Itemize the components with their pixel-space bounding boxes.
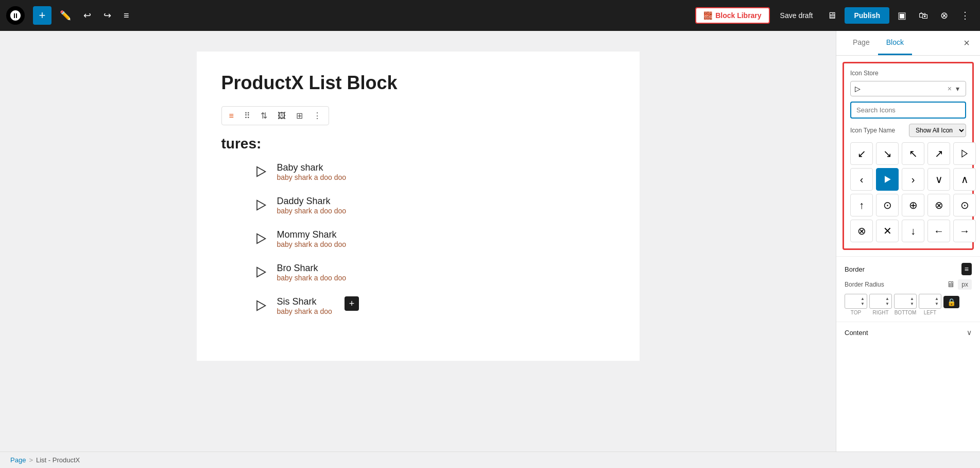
content-header[interactable]: Content ∨ (845, 328, 972, 337)
svg-marker-3 (257, 268, 265, 277)
block-toolbar: ≡ ⠿ ⇅ 🖼 ⊞ ⋮ (221, 106, 329, 125)
icon-cell-0[interactable]: ↙ (850, 142, 873, 165)
undo-btn[interactable]: ↩ (79, 7, 95, 24)
border-top-down[interactable]: ▼ (859, 302, 866, 307)
table-icon-btn[interactable]: ⊞ (292, 109, 307, 123)
border-radius-row: Border Radius 🖥 px (845, 279, 972, 290)
icon-cell-14[interactable]: ⊙ (953, 194, 976, 216)
list-item: Bro Shark baby shark a doo doo (252, 263, 615, 282)
border-input-bottom-field[interactable]: ▲ ▼ (894, 294, 917, 309)
icon-cell-4[interactable] (953, 142, 976, 165)
add-list-item-btn[interactable]: + (345, 296, 359, 311)
icon-cell-3[interactable]: ↗ (927, 142, 950, 165)
wp-logo (6, 6, 25, 25)
pencil-btn[interactable]: ✏️ (56, 7, 75, 24)
border-header: Border ≡ (845, 263, 972, 275)
lock-btn[interactable]: 🔒 (943, 296, 959, 308)
tab-block[interactable]: Block (878, 31, 912, 55)
icon-cell-7[interactable]: › (902, 168, 924, 191)
more-options-btn[interactable]: ⋮ (956, 7, 974, 24)
tab-page[interactable]: Page (845, 31, 878, 55)
icon-cell-17[interactable]: ↓ (902, 220, 924, 242)
list-item: Sis Shark baby shark a doo + (252, 296, 615, 315)
list-item-title-1: Daddy Shark (277, 196, 347, 207)
redo-btn[interactable]: ↪ (99, 7, 115, 24)
icon-selector-clear-btn[interactable]: × (945, 85, 954, 93)
icon-cell-1[interactable]: ↘ (876, 142, 899, 165)
list-item-icon-3 (252, 264, 269, 280)
icon-cell-16[interactable]: ✕ (876, 220, 899, 242)
list-item-content-0: Baby shark baby shark a doo doo (277, 162, 347, 181)
block-library-btn[interactable]: 🧱 Block Library (695, 7, 769, 24)
icon-cell-12[interactable]: ⊕ (902, 194, 924, 216)
border-input-top-field[interactable]: ▲ ▼ (845, 294, 867, 309)
border-settings-btn[interactable]: ≡ (961, 263, 972, 275)
icon-selector[interactable]: ▷ × ▾ (850, 81, 966, 96)
breadcrumb-page[interactable]: Page (10, 456, 26, 464)
icon-cell-19[interactable]: → (953, 220, 976, 242)
main-layout: ProductX List Block ≡ ⠿ ⇅ 🖼 ⊞ ⋮ tures: B… (0, 31, 980, 452)
editor-inner: ProductX List Block ≡ ⠿ ⇅ 🖼 ⊞ ⋮ tures: B… (197, 52, 640, 361)
border-top-up[interactable]: ▲ (859, 296, 866, 302)
list-item-subtitle-0: baby shark a doo doo (277, 173, 347, 181)
add-block-toolbar-btn[interactable]: + (33, 6, 51, 25)
border-input-left-field[interactable]: ▲ ▼ (919, 294, 941, 309)
list-view-btn[interactable]: ≡ (119, 7, 133, 24)
icon-cell-5[interactable]: ‹ (850, 168, 873, 191)
border-radius-unit: px (958, 279, 972, 290)
sidebar-close-btn[interactable]: × (961, 35, 972, 51)
publish-btn[interactable]: Publish (845, 7, 889, 24)
icon-cell-2[interactable]: ↖ (902, 142, 924, 165)
save-draft-btn[interactable]: Save draft (774, 8, 819, 23)
svg-marker-1 (257, 200, 265, 210)
list-items: Baby shark baby shark a doo doo Daddy Sh… (252, 162, 615, 315)
sidebar: Page Block × Icon Store ▷ × ▾ Icon Type … (836, 31, 980, 452)
border-left-label: LEFT (924, 310, 936, 315)
list-item-title-2: Mommy Shark (277, 229, 347, 240)
more-block-btn[interactable]: ⋮ (309, 109, 325, 123)
icon-type-select[interactable]: Show All Icon (909, 124, 966, 137)
search-icons-input[interactable] (850, 102, 966, 119)
shopping-btn[interactable]: 🛍 (915, 7, 932, 24)
list-item-title-3: Bro Shark (277, 263, 347, 274)
border-right-down[interactable]: ▼ (884, 302, 890, 307)
border-left-up[interactable]: ▲ (934, 296, 940, 302)
border-right-up[interactable]: ▲ (884, 296, 890, 302)
icon-cell-8[interactable]: ∨ (927, 168, 950, 191)
border-input-bottom: ▲ ▼ BOTTOM (894, 294, 917, 315)
icon-cell-11[interactable]: ⊙ (876, 194, 899, 216)
border-input-right-field[interactable]: ▲ ▼ (869, 294, 892, 309)
icon-cell-15[interactable]: ⊗ (850, 220, 873, 242)
grid-view-icon-btn[interactable]: ⠿ (240, 109, 254, 123)
border-radius-controls: 🖥 px (947, 279, 972, 290)
icon-selector-dropdown-btn[interactable]: ▾ (954, 85, 961, 93)
icon-cell-9[interactable]: ∧ (953, 168, 976, 191)
border-left-down[interactable]: ▼ (934, 302, 940, 307)
up-down-icon-btn[interactable]: ⇅ (256, 109, 271, 123)
monitor-icon[interactable]: 🖥 (947, 280, 955, 289)
icon-cell-10[interactable]: ↑ (850, 194, 873, 216)
circle-btn[interactable]: ⊗ (936, 7, 952, 24)
icon-store-label: Icon Store (850, 70, 966, 77)
border-inputs-row: ▲ ▼ TOP ▲ ▼ (845, 294, 972, 315)
svg-marker-6 (885, 176, 891, 182)
icon-cell-selected[interactable] (876, 168, 899, 191)
icon-cell-18[interactable]: ← (927, 220, 950, 242)
image-icon-btn[interactable]: 🖼 (273, 109, 290, 123)
icons-grid: ↙ ↘ ↖ ↗ ‹ › ∨ ∧ ↑ (850, 142, 966, 242)
border-bottom-spinners: ▲ ▼ (909, 296, 915, 306)
list-item: Mommy Shark baby shark a doo doo (252, 229, 615, 248)
border-bottom-up[interactable]: ▲ (909, 296, 915, 302)
border-section: Border ≡ Border Radius 🖥 px (836, 256, 980, 322)
list-item-icon-1 (252, 197, 269, 213)
view-btn[interactable]: 🖥 (823, 7, 840, 24)
list-view-icon-btn[interactable]: ≡ (225, 109, 238, 123)
list-item-subtitle-4: baby shark a doo (277, 307, 332, 315)
border-left-spinners: ▲ ▼ (934, 296, 940, 306)
icon-cell-13[interactable]: ⊗ (927, 194, 950, 216)
svg-marker-0 (257, 167, 265, 177)
svg-marker-5 (962, 150, 967, 157)
toggle-sidebar-btn[interactable]: ▣ (893, 7, 910, 24)
border-bottom-down[interactable]: ▼ (909, 302, 915, 307)
border-input-top: ▲ ▼ TOP (845, 294, 867, 315)
